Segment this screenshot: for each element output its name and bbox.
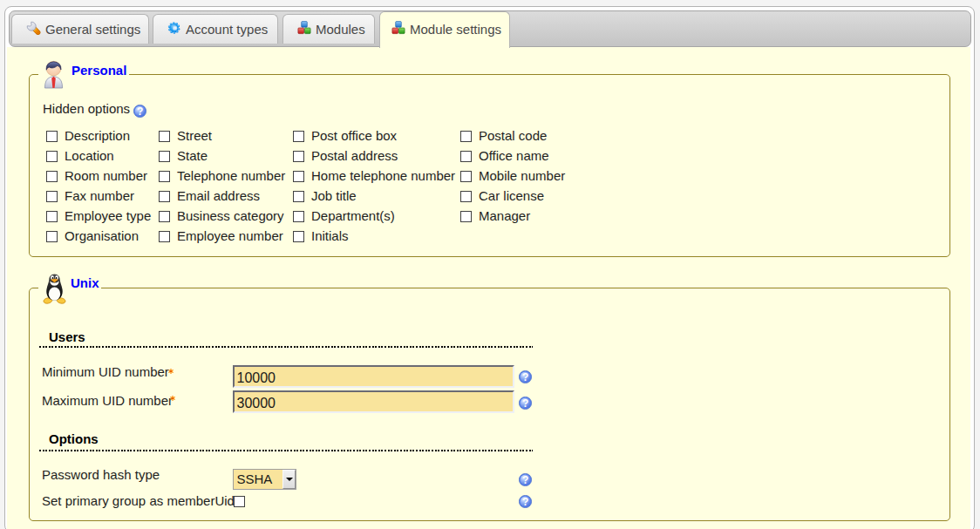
svg-text:?: ? bbox=[522, 397, 528, 410]
svg-text:?: ? bbox=[522, 474, 528, 486]
svg-text:?: ? bbox=[522, 371, 528, 383]
svg-text:?: ? bbox=[522, 496, 528, 508]
svg-text:?: ? bbox=[137, 105, 143, 118]
